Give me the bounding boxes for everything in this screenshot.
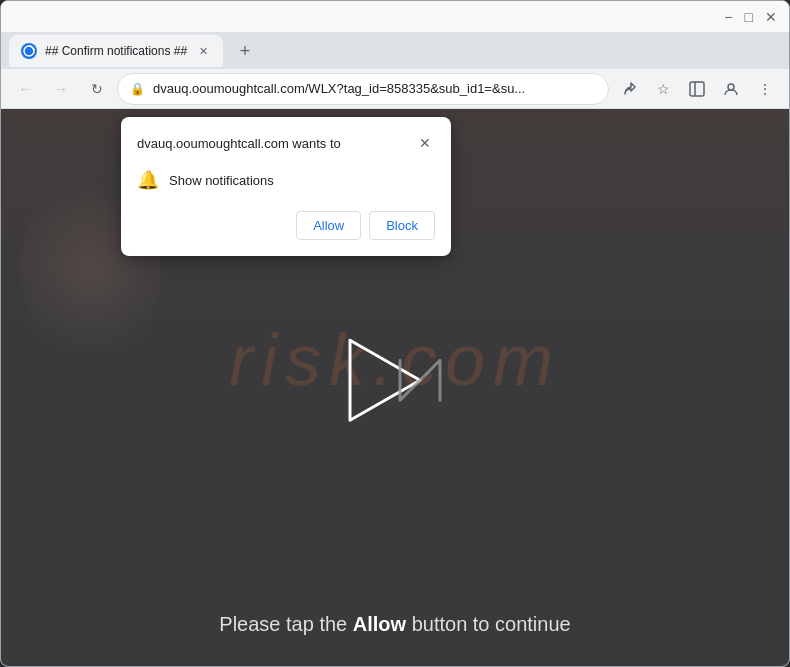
instruction-text: Please tap the Allow button to continue: [1, 613, 789, 636]
window-controls-right: − □ ✕: [724, 9, 777, 25]
forward-button[interactable]: →: [45, 73, 77, 105]
navigation-bar: ← → ↻ 🔒 dvauq.ooumoughtcall.com/WLX?tag_…: [1, 69, 789, 109]
svg-rect-1: [690, 82, 704, 96]
tab-close-button[interactable]: ✕: [195, 43, 211, 59]
svg-point-3: [728, 84, 734, 90]
permission-label: Show notifications: [169, 173, 274, 188]
reload-button[interactable]: ↻: [81, 73, 113, 105]
tab-bar: ## Confirm notifications ## ✕ +: [1, 33, 789, 69]
address-bar[interactable]: 🔒 dvauq.ooumoughtcall.com/WLX?tag_id=858…: [117, 73, 609, 105]
lock-icon: 🔒: [130, 82, 145, 96]
tab-title: ## Confirm notifications ##: [45, 44, 187, 58]
nav-action-buttons: ☆ ⋮: [613, 73, 781, 105]
bell-icon: 🔔: [137, 169, 159, 191]
popup-action-buttons: Allow Block: [137, 211, 435, 240]
popup-permission-row: 🔔 Show notifications: [137, 165, 435, 195]
center-logo: [330, 325, 460, 439]
window-title-bar: − □ ✕: [1, 1, 789, 33]
minimize-icon[interactable]: −: [724, 9, 732, 25]
profile-button[interactable]: [715, 73, 747, 105]
popup-title: dvauq.ooumoughtcall.com wants to: [137, 136, 341, 151]
url-text: dvauq.ooumoughtcall.com/WLX?tag_id=85833…: [153, 81, 596, 96]
popup-close-button[interactable]: ✕: [415, 133, 435, 153]
maximize-icon[interactable]: □: [745, 9, 753, 25]
browser-window: − □ ✕ ## Confirm notifications ## ✕ + ← …: [0, 0, 790, 667]
instruction-after: button to continue: [406, 613, 571, 635]
allow-button[interactable]: Allow: [296, 211, 361, 240]
sidebar-button[interactable]: [681, 73, 713, 105]
bookmark-button[interactable]: ☆: [647, 73, 679, 105]
popup-header: dvauq.ooumoughtcall.com wants to ✕: [137, 133, 435, 153]
page-content: risk.com Please tap the Allow button to …: [1, 109, 789, 666]
new-tab-button[interactable]: +: [231, 37, 259, 65]
back-button[interactable]: ←: [9, 73, 41, 105]
tab-favicon: [21, 43, 37, 59]
instruction-bold: Allow: [353, 613, 406, 635]
permission-popup: dvauq.ooumoughtcall.com wants to ✕ 🔔 Sho…: [121, 117, 451, 256]
share-button[interactable]: [613, 73, 645, 105]
close-icon[interactable]: ✕: [765, 9, 777, 25]
block-button[interactable]: Block: [369, 211, 435, 240]
active-tab[interactable]: ## Confirm notifications ## ✕: [9, 35, 223, 67]
menu-button[interactable]: ⋮: [749, 73, 781, 105]
instruction-before: Please tap the: [219, 613, 352, 635]
